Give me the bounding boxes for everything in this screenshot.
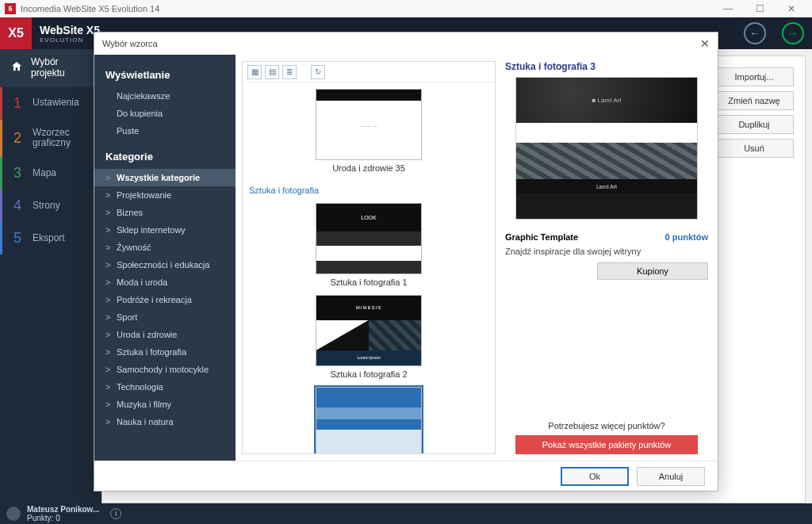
step-2-label: Wzorzec graficzny xyxy=(33,128,71,150)
template-thumb-art-2[interactable]: MIMESIS Lorem Ipsum xyxy=(316,295,422,366)
step-choose-label: Wybór projektu xyxy=(31,57,65,79)
sidebar-item-cars[interactable]: Samochody i motocykle xyxy=(94,361,236,378)
sidebar-item-food[interactable]: Żywność xyxy=(94,239,236,256)
ok-button[interactable]: Ok xyxy=(561,467,629,486)
detail-subtext: Znajdź inspiracje dla swojej witryny xyxy=(505,247,708,256)
template-thumb-art-3[interactable] xyxy=(316,387,422,453)
duplicate-button[interactable]: Duplikuj xyxy=(714,115,794,134)
step-2-template[interactable]: 2 Wzorzec graficzny xyxy=(0,120,102,158)
step-5-num: 5 xyxy=(10,230,25,247)
template-thumb-art-1[interactable]: LOOK xyxy=(316,203,422,274)
step-1-num: 1 xyxy=(10,95,25,112)
minimize-button[interactable]: — xyxy=(712,0,744,17)
sidebar-item-tech[interactable]: Technologia xyxy=(94,378,236,396)
step-4-num: 4 xyxy=(10,197,25,214)
status-points: Punkty: 0 xyxy=(27,514,99,522)
sidebar-item-science[interactable]: Nauka i natura xyxy=(94,413,236,430)
need-points-label: Potrzebujesz więcej punktów? xyxy=(505,421,708,430)
sidebar-item-art[interactable]: Sztuka i fotografia xyxy=(94,343,236,361)
sidebar-header-view: Wyświetlanie xyxy=(94,66,236,87)
sidebar-item-business[interactable]: Biznes xyxy=(94,204,236,221)
sidebar-item-beauty[interactable]: Uroda i zdrowie xyxy=(94,326,236,343)
step-3-map[interactable]: 3 Mapa xyxy=(0,157,102,189)
show-packages-button[interactable]: Pokaż wszystkie pakiety punktów xyxy=(515,435,698,454)
step-4-label: Strony xyxy=(33,201,60,212)
step-choose-project[interactable]: Wybór projektu xyxy=(0,49,102,87)
detail-preview: ■ Land Art Land Art xyxy=(515,77,698,220)
sidebar-item-forpurchase[interactable]: Do kupienia xyxy=(94,105,236,122)
sidebar-item-shop[interactable]: Sklep internetowy xyxy=(94,221,236,239)
sidebar-item-community[interactable]: Społeczności i edukacja xyxy=(94,256,236,273)
sidebar-header-categories: Kategorie xyxy=(94,147,236,169)
sidebar-item-empty[interactable]: Puste xyxy=(94,122,236,140)
template-gallery: ▦ ▤ ≣ ↻ — — — Uroda i zdrowie 35 Sztuka … xyxy=(242,61,496,454)
sidebar-item-travel[interactable]: Podróże i rekreacja xyxy=(94,291,236,308)
buy-button[interactable]: Kupiony xyxy=(597,262,708,280)
sidebar-item-sport[interactable]: Sport xyxy=(94,308,236,326)
step-4-pages[interactable]: 4 Strony xyxy=(0,189,102,222)
template-detail: Sztuka i fotografia 3 ■ Land Art Land Ar… xyxy=(500,55,718,461)
info-icon[interactable]: i xyxy=(110,508,121,519)
home-icon xyxy=(10,60,23,76)
sidebar-item-design[interactable]: Projektowanie xyxy=(94,186,236,204)
step-3-num: 3 xyxy=(10,165,25,182)
sidebar-item-fashion[interactable]: Moda i uroda xyxy=(94,273,236,291)
modal-close-button[interactable]: ✕ xyxy=(700,37,710,50)
nav-forward-button[interactable]: → xyxy=(782,22,804,44)
refresh-icon[interactable]: ↻ xyxy=(311,65,325,79)
brand-name: WebSite X5 xyxy=(40,24,100,36)
view-large-icon[interactable]: ▤ xyxy=(265,65,279,79)
app-icon: 5 xyxy=(5,3,16,14)
step-1-label: Ustawienia xyxy=(33,98,79,109)
delete-button[interactable]: Usuń xyxy=(714,139,794,158)
step-2-num: 2 xyxy=(10,130,25,147)
sidebar-item-featured[interactable]: Najciekawsze xyxy=(94,87,236,105)
view-small-icon[interactable]: ▦ xyxy=(247,65,262,79)
steps-sidebar: Wybór projektu 1 Ustawienia 2 Wzorzec gr… xyxy=(0,49,102,503)
user-avatar[interactable] xyxy=(6,507,21,521)
import-button[interactable]: Importuj... xyxy=(714,67,794,86)
step-5-label: Eksport xyxy=(33,233,65,244)
view-list-icon[interactable]: ≣ xyxy=(282,65,297,79)
rename-button[interactable]: Zmień nazwę xyxy=(714,91,794,110)
window-title: Incomedia WebSite X5 Evolution 14 xyxy=(21,4,159,13)
brand-logo: X5 xyxy=(0,17,32,49)
sidebar-item-all-categories[interactable]: Wszystkie kategorie xyxy=(94,169,236,186)
step-5-export[interactable]: 5 Eksport xyxy=(0,222,102,254)
gallery-category-label: Sztuka i fotografia xyxy=(247,181,490,200)
status-user: Mateusz Ponikow... xyxy=(27,505,99,514)
nav-back-button[interactable]: ← xyxy=(744,22,766,44)
gallery-scroll[interactable]: — — — Uroda i zdrowie 35 Sztuka i fotogr… xyxy=(243,82,495,453)
detail-meta-points: 0 punktów xyxy=(665,232,708,242)
modal-sidebar: Wyświetlanie Najciekawsze Do kupienia Pu… xyxy=(94,55,236,461)
close-window-button[interactable]: ✕ xyxy=(776,0,807,17)
template-picker-modal: Wybór wzorca ✕ Wyświetlanie Najciekawsze… xyxy=(94,32,718,491)
template-thumb-beauty-35[interactable]: — — — xyxy=(316,89,422,160)
step-1-settings[interactable]: 1 Ustawienia xyxy=(0,87,102,120)
cancel-button[interactable]: Anuluj xyxy=(637,467,705,486)
step-3-label: Mapa xyxy=(33,168,56,179)
detail-meta-label: Graphic Template xyxy=(505,232,578,242)
thumb-caption-beauty-35: Uroda i zdrowie 35 xyxy=(332,163,405,173)
maximize-button[interactable]: ☐ xyxy=(744,0,776,17)
detail-title: Sztuka i fotografia 3 xyxy=(505,61,708,72)
modal-title: Wybór wzorca xyxy=(102,39,158,48)
thumb-caption-art-1: Sztuka i fotografia 1 xyxy=(330,277,407,287)
thumb-caption-art-2: Sztuka i fotografia 2 xyxy=(330,369,407,379)
brand-edition: EVOLUTION xyxy=(40,36,100,44)
sidebar-item-music[interactable]: Muzyka i filmy xyxy=(94,396,236,413)
